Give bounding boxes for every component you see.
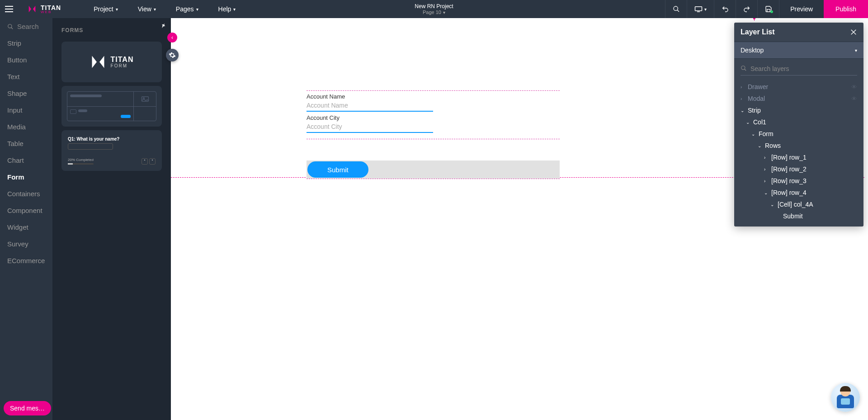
menu-help[interactable]: Help▾ — [208, 0, 246, 18]
collapse-panel-button[interactable]: ‹ — [167, 33, 177, 42]
layer-panel-header: Layer List — [734, 23, 863, 42]
account-city-input[interactable] — [307, 121, 433, 133]
device-dropdown[interactable]: Desktop ▾ — [734, 42, 863, 59]
chevron-down-icon: ▾ — [443, 10, 445, 15]
tree-item-row4[interactable]: ⌄[Row] row_4 — [734, 187, 863, 198]
form-border-bot — [307, 179, 560, 179]
rail-item-component[interactable]: Component — [0, 202, 52, 219]
gear-icon — [169, 52, 176, 59]
rail-item-text[interactable]: Text — [0, 68, 52, 85]
form-border-top — [307, 90, 560, 91]
submit-button[interactable]: Submit — [307, 161, 368, 178]
submit-row[interactable]: Submit — [307, 160, 560, 179]
chevron-down-icon: ˅ — [149, 158, 156, 165]
rail-item-shape[interactable]: Shape — [0, 85, 52, 102]
rail-item-media[interactable]: Media — [0, 118, 52, 135]
rail-item-button[interactable]: Button — [0, 52, 52, 68]
rail-item-chart[interactable]: Chart — [0, 152, 52, 169]
app-header: TITAN WEB Project▾ View▾ Pages▾ Help▾ Ne… — [0, 0, 868, 18]
visibility-icon[interactable]: 👁 — [851, 84, 857, 90]
rail-item-form[interactable]: Form — [0, 169, 52, 185]
titan-form-subtext: FORM — [111, 63, 134, 68]
publish-button[interactable]: Publish — [824, 0, 868, 18]
tree-item-row2[interactable]: ›[Row] row_2 — [734, 163, 863, 175]
account-name-input[interactable] — [307, 100, 433, 112]
svg-line-1 — [677, 10, 679, 12]
svg-point-0 — [674, 6, 678, 10]
canvas-form[interactable]: Account Name Account City Submit — [307, 90, 560, 136]
tree-item-form[interactable]: ⌄Form — [734, 128, 863, 140]
form-card-titan-form[interactable]: TITAN FORM — [61, 42, 162, 82]
project-name: New RN Project — [415, 3, 453, 9]
tree-item-cell4a[interactable]: ⌄[Cell] col_4A — [734, 198, 863, 210]
rail-item-ecommerce[interactable]: ECommerce — [0, 252, 52, 269]
titan-form-text: TITAN — [111, 56, 134, 63]
svg-line-5 — [11, 27, 13, 29]
rail-item-survey[interactable]: Survey — [0, 236, 52, 252]
tree-item-rows[interactable]: ⌄Rows — [734, 140, 863, 151]
tree-item-strip[interactable]: ⌄Strip — [734, 104, 863, 116]
layer-panel-title: Layer List — [741, 28, 775, 36]
rail-item-widget[interactable]: Widget — [0, 219, 52, 236]
rail-item-table[interactable]: Table — [0, 135, 52, 152]
logo[interactable]: TITAN WEB — [18, 4, 70, 14]
send-message-button[interactable]: Send mes… — [4, 401, 51, 415]
hamburger-button[interactable] — [0, 6, 18, 12]
rail-item-containers[interactable]: Containers — [0, 185, 52, 202]
chevron-left-icon: ‹ — [171, 34, 173, 41]
chevron-down-icon: ▾ — [704, 7, 707, 12]
device-label: Desktop — [741, 47, 764, 54]
layer-panel[interactable]: Layer List Desktop ▾ ›Drawer👁 ›Modal👁 ⌄S… — [734, 23, 863, 227]
chevron-up-icon: ˄ — [142, 158, 148, 165]
svg-rect-2 — [695, 7, 702, 11]
page-selector[interactable]: Page 10▾ — [415, 9, 453, 15]
chevron-down-icon: ▾ — [196, 7, 198, 12]
form-card-layout[interactable] — [61, 86, 162, 127]
tree-item-submit[interactable]: Submit — [734, 210, 863, 222]
menu-pages[interactable]: Pages▾ — [166, 0, 208, 18]
forms-panel: FORMS TITAN FORM Q1: What is your nam — [52, 18, 171, 420]
tree-item-row3[interactable]: ›[Row] row_3 — [734, 175, 863, 187]
chat-widget[interactable] — [831, 383, 860, 412]
image-icon — [141, 96, 149, 102]
preview-button[interactable]: Preview — [779, 0, 824, 18]
rail-search[interactable]: Search — [0, 18, 52, 35]
header-project-info[interactable]: New RN Project Page 10▾ — [415, 3, 453, 15]
desktop-icon — [694, 6, 703, 12]
chevron-down-icon: ▾ — [855, 48, 857, 53]
question-label: Q1: What is your name? — [68, 137, 119, 142]
close-icon — [850, 28, 857, 36]
device-selector[interactable]: ▾ — [687, 0, 714, 18]
visibility-icon[interactable]: 👁 — [851, 95, 857, 102]
redo-button[interactable] — [736, 0, 757, 18]
chevron-down-icon: ▾ — [233, 7, 236, 12]
form-field-account-city[interactable]: Account City — [307, 114, 560, 133]
undo-button[interactable] — [714, 0, 736, 18]
settings-button[interactable] — [166, 49, 179, 61]
save-button[interactable] — [757, 0, 779, 18]
tree-item-row1[interactable]: ›[Row] row_1 — [734, 151, 863, 163]
form-field-account-name[interactable]: Account Name — [307, 93, 560, 112]
menu-project[interactable]: Project▾ — [84, 0, 128, 18]
rail-item-strip[interactable]: Strip — [0, 35, 52, 52]
save-status-dot — [770, 10, 773, 13]
menu-view[interactable]: View▾ — [128, 0, 166, 18]
tree-item-col1[interactable]: ⌄Col1 — [734, 116, 863, 128]
form-card-question[interactable]: Q1: What is your name? 20% Completed ˄ ˅ — [61, 130, 162, 171]
svg-point-10 — [741, 66, 745, 70]
rail-item-input[interactable]: Input — [0, 102, 52, 118]
search-button[interactable] — [665, 0, 687, 18]
field-label: Account City — [307, 114, 560, 121]
logo-icon — [27, 4, 37, 14]
rail-search-label: Search — [17, 23, 39, 30]
tree-item-drawer[interactable]: ›Drawer👁 — [734, 81, 863, 93]
redo-icon — [743, 5, 750, 13]
left-rail: Search StripButtonTextShapeInputMediaTab… — [0, 18, 52, 420]
close-button[interactable] — [850, 28, 857, 36]
layer-search — [734, 59, 863, 79]
svg-point-4 — [8, 24, 12, 28]
svg-rect-6 — [142, 97, 148, 102]
tree-item-modal[interactable]: ›Modal👁 — [734, 93, 863, 104]
layer-search-input[interactable] — [741, 62, 857, 76]
layer-tree: ›Drawer👁 ›Modal👁 ⌄Strip ⌄Col1 ⌄Form ⌄Row… — [734, 79, 863, 227]
